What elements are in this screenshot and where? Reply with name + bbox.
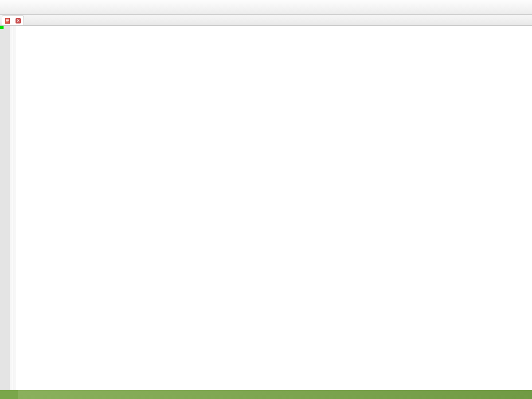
close-tab-icon[interactable]: [16, 18, 21, 23]
html-file-icon: [5, 18, 11, 24]
code-editor[interactable]: [0, 26, 532, 391]
svg-rect-3: [6, 21, 8, 22]
wikihow-watermark: [0, 390, 532, 399]
svg-rect-1: [6, 19, 9, 20]
svg-rect-2: [6, 20, 9, 21]
code-area[interactable]: [16, 26, 532, 391]
fold-column: [10, 26, 16, 391]
tab-bar: [0, 15, 532, 26]
file-tab[interactable]: [2, 16, 24, 25]
line-number-gutter: [0, 26, 10, 391]
toolbar: [0, 0, 532, 15]
